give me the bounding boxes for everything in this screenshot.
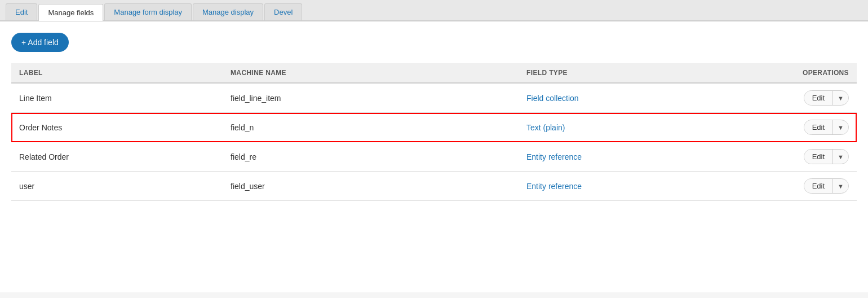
table-row: Line Itemfield_line_itemField collection… xyxy=(11,83,857,113)
table-header-row: LABEL MACHINE NAME FIELD TYPE OPERATIONS xyxy=(11,63,857,83)
cell-label: Line Item xyxy=(11,83,223,113)
cell-operations: Edit▼ xyxy=(730,113,857,142)
field-type-link[interactable]: Entity reference xyxy=(526,182,582,191)
col-header-operations: OPERATIONS xyxy=(730,63,857,83)
edit-button[interactable]: Edit xyxy=(804,91,833,105)
field-type-link[interactable]: Entity reference xyxy=(526,152,582,161)
cell-machine-name: field_user xyxy=(223,172,519,201)
edit-button[interactable]: Edit xyxy=(804,120,833,134)
table-row: userfield_userEntity referenceEdit▼ xyxy=(11,172,857,201)
tab-manage-form-display[interactable]: Manage form display xyxy=(104,3,192,20)
field-type-link[interactable]: Text (plain) xyxy=(526,123,565,132)
tab-manage-display[interactable]: Manage display xyxy=(193,3,263,20)
fields-table: LABEL MACHINE NAME FIELD TYPE OPERATIONS… xyxy=(11,63,857,201)
cell-field-type[interactable]: Text (plain) xyxy=(519,113,730,142)
cell-field-type[interactable]: Field collection xyxy=(519,83,730,113)
cell-label: Related Order xyxy=(11,142,223,172)
cell-label: Order Notes xyxy=(11,113,223,142)
table-row: Order Notesfield_nText (plain)Edit▼ xyxy=(11,113,857,142)
cell-operations: Edit▼ xyxy=(730,142,857,172)
cell-field-type[interactable]: Entity reference xyxy=(519,172,730,201)
col-header-field-type: FIELD TYPE xyxy=(519,63,730,83)
edit-dropdown-arrow[interactable]: ▼ xyxy=(833,121,848,134)
edit-button-group: Edit▼ xyxy=(804,178,849,194)
edit-button[interactable]: Edit xyxy=(804,179,833,193)
field-type-link[interactable]: Field collection xyxy=(526,94,579,103)
cell-label: user xyxy=(11,172,223,201)
tab-edit[interactable]: Edit xyxy=(6,3,37,20)
cell-machine-name: field_re xyxy=(223,142,519,172)
col-header-label: LABEL xyxy=(11,63,223,83)
add-field-button[interactable]: + Add field xyxy=(11,33,69,52)
table-row: Related Orderfield_reEntity referenceEdi… xyxy=(11,142,857,172)
edit-dropdown-arrow[interactable]: ▼ xyxy=(833,92,848,104)
tabs-nav: Edit Manage fields Manage form display M… xyxy=(0,0,868,21)
edit-button-group: Edit▼ xyxy=(804,120,849,135)
cell-operations: Edit▼ xyxy=(730,172,857,201)
edit-dropdown-arrow[interactable]: ▼ xyxy=(833,151,848,163)
edit-button-group: Edit▼ xyxy=(804,149,849,164)
main-content: + Add field LABEL MACHINE NAME FIELD TYP… xyxy=(0,21,868,292)
tab-manage-fields[interactable]: Manage fields xyxy=(38,4,103,21)
cell-machine-name: field_n xyxy=(223,113,519,142)
cell-operations: Edit▼ xyxy=(730,83,857,113)
cell-field-type[interactable]: Entity reference xyxy=(519,142,730,172)
edit-button-group: Edit▼ xyxy=(804,90,849,106)
edit-dropdown-arrow[interactable]: ▼ xyxy=(833,180,848,192)
col-header-machine-name: MACHINE NAME xyxy=(223,63,519,83)
edit-button[interactable]: Edit xyxy=(804,150,833,164)
tab-devel[interactable]: Devel xyxy=(264,3,302,20)
cell-machine-name: field_line_item xyxy=(223,83,519,113)
